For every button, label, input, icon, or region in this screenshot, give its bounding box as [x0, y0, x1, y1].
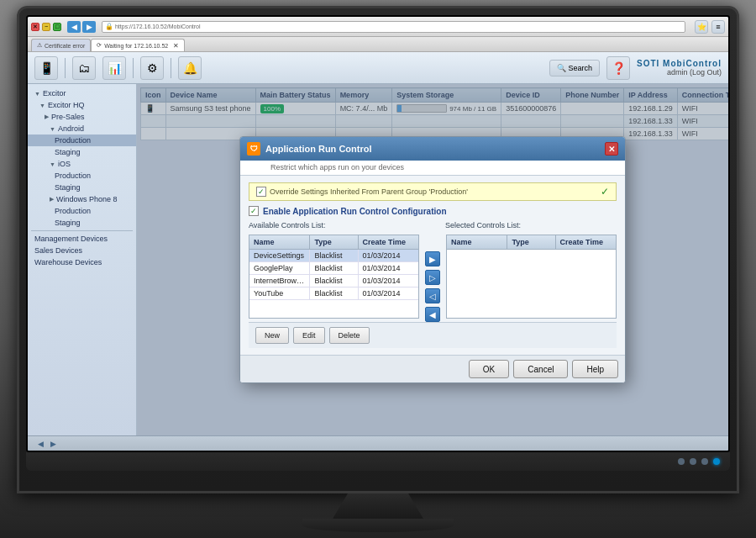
enable-checkbox-row: ✓ Enable Application Run Control Configu…: [249, 206, 617, 216]
sidebar-item-ios[interactable]: ▼ iOS: [28, 158, 136, 170]
monitor-dot-3: [701, 458, 708, 465]
list-item-youtube[interactable]: YouTube Blacklist 01/03/2014: [249, 287, 418, 300]
brand-logo: SOTI MobiControl admin (Log Out): [637, 59, 722, 76]
dialog-close-button[interactable]: ✕: [605, 142, 618, 156]
cancel-button[interactable]: Cancel: [513, 360, 568, 378]
sidebar-item-management[interactable]: Management Devices: [28, 233, 136, 245]
app-toolbar: 📱 🗂 📊 ⚙ 🔔 🔍 Search ❓ SOTI MobiContro: [28, 52, 728, 84]
sidebar-item-staging-1[interactable]: Staging: [28, 146, 136, 158]
transfer-buttons: ▶ ▷ ◁ ◀: [423, 235, 443, 322]
browser-chrome: ✕ − □ ◀ ▶ 🔒 https://172.16.10.52/MobiCon…: [28, 17, 728, 37]
monitor-dot-2: [690, 458, 696, 465]
toolbar-sep-2: [133, 58, 134, 78]
tab-close-icon[interactable]: ✕: [173, 42, 179, 50]
address-bar[interactable]: 🔒 https://172.16.10.52/MobiControl: [102, 21, 685, 33]
list-item-devicesettings[interactable]: DeviceSettings Blacklist 01/03/2014: [249, 250, 418, 262]
browser-btn-red[interactable]: ✕: [31, 23, 39, 31]
available-list: Name Type Create Time DeviceSettings Bla…: [249, 235, 419, 319]
list-item-googleplay[interactable]: GooglePlay Blacklist 01/03/2014: [249, 262, 418, 275]
toolbar-reports-icon[interactable]: 📊: [102, 56, 126, 80]
arrow-icon: ▼: [34, 91, 40, 97]
available-list-header: Name Type Create Time: [249, 235, 418, 250]
sidebar-item-staging-3[interactable]: Staging: [28, 217, 136, 229]
selected-list-header: Name Type Create Time: [447, 235, 616, 250]
toolbar-icon-2[interactable]: ≡: [711, 20, 725, 34]
delete-button[interactable]: Delete: [329, 327, 370, 344]
enable-checkbox[interactable]: ✓: [249, 206, 259, 216]
content-pane: Icon Device Name Main Battery Status Mem…: [137, 84, 728, 435]
sidebar-item-pre-sales[interactable]: ▶ Pre-Sales: [28, 111, 136, 123]
sidebar-divider: [31, 230, 133, 231]
new-button[interactable]: New: [255, 327, 289, 344]
sidebar-item-excitor-hq[interactable]: ▼ Excitor HQ: [28, 99, 136, 111]
toolbar-help-icon[interactable]: ❓: [606, 56, 630, 80]
checkbox-override[interactable]: ✓: [256, 187, 266, 197]
admin-label[interactable]: admin (Log Out): [667, 68, 722, 76]
scroll-left-icon[interactable]: ◀: [34, 440, 47, 448]
screen: ✕ − □ ◀ ▶ 🔒 https://172.16.10.52/MobiCon…: [28, 17, 728, 451]
sidebar-item-production-2[interactable]: Production: [28, 170, 136, 182]
enable-label: Enable Application Run Control Configura…: [263, 207, 447, 216]
help-button[interactable]: Help: [572, 360, 618, 378]
arrow-icon: ▶: [45, 113, 49, 120]
monitor-bottom: [26, 452, 730, 471]
available-list-label: Available Controls List:: [249, 221, 420, 229]
dialog-footer: OK Cancel Help: [240, 355, 625, 382]
toolbar-sep-1: [65, 58, 66, 78]
list-panels: Name Type Create Time DeviceSettings Bla…: [249, 235, 617, 322]
override-icon: ✓: [601, 186, 609, 198]
transfer-all-left-btn[interactable]: ◀: [425, 307, 440, 322]
edit-button[interactable]: Edit: [293, 327, 325, 344]
browser-btn-green[interactable]: □: [53, 23, 61, 31]
sidebar-item-excitor[interactable]: ▼ Excitor: [28, 87, 136, 99]
back-button[interactable]: ◀: [67, 21, 81, 33]
sidebar-item-winphone[interactable]: ▶ Windows Phone 8: [28, 193, 136, 205]
monitor: ✕ − □ ◀ ▶ 🔒 https://172.16.10.52/MobiCon…: [17, 6, 739, 493]
cert-icon: 🔒: [105, 23, 113, 30]
transfer-left-btn[interactable]: ◁: [425, 288, 440, 303]
monitor-dot-1: [678, 458, 685, 465]
browser-btn-yellow[interactable]: −: [42, 23, 50, 31]
toolbar-sep-3: [171, 58, 171, 78]
dialog: 🛡 Application Run Control ✕ Restrict whi…: [239, 136, 626, 383]
override-bar: ✓ Override Settings Inherited From Paren…: [249, 182, 617, 201]
selected-list: Name Type Create Time: [446, 235, 617, 319]
dialog-subtitle: Restrict which apps run on your devices: [240, 161, 625, 176]
tab-cert-error[interactable]: ⚠ Certificate error: [31, 39, 91, 51]
dialog-titlebar: 🛡 Application Run Control ✕: [240, 137, 625, 161]
list-item-internetbrowser[interactable]: InternetBrowser Blacklist 01/03/2014: [249, 275, 418, 287]
sidebar-item-warehouse[interactable]: Warehouse Devices: [28, 256, 136, 268]
scroll-right-icon[interactable]: ▶: [47, 440, 60, 448]
loading-icon: ⟳: [97, 42, 102, 49]
arrow-icon: ▼: [50, 126, 55, 132]
monitor-base: [302, 519, 454, 532]
selected-list-label: Selected Controls List:: [445, 221, 617, 229]
sidebar-item-sales[interactable]: Sales Devices: [28, 245, 136, 256]
transfer-all-right-btn[interactable]: ▶: [425, 251, 440, 266]
tab-waiting[interactable]: ⟳ Waiting for 172.16.10.52 ✕: [91, 39, 185, 51]
sidebar-item-staging-2[interactable]: Staging: [28, 182, 136, 193]
toolbar-alerts-icon[interactable]: 🔔: [178, 56, 202, 80]
app-area: 📱 🗂 📊 ⚙ 🔔 🔍 Search ❓ SOTI MobiContro: [28, 52, 728, 451]
monitor-power-dot[interactable]: [713, 458, 720, 465]
forward-button[interactable]: ▶: [82, 21, 96, 33]
toolbar-settings-icon[interactable]: ⚙: [140, 56, 164, 80]
sidebar-item-production-3[interactable]: Production: [28, 205, 136, 217]
arrow-icon: ▼: [50, 161, 55, 167]
sidebar-item-android[interactable]: ▼ Android: [28, 123, 136, 134]
stand-area: [302, 493, 454, 532]
sidebar-item-production-1[interactable]: Production: [28, 134, 136, 146]
toolbar-search-icon[interactable]: 🔍 Search: [549, 60, 600, 76]
ok-button[interactable]: OK: [469, 360, 509, 378]
arrow-icon: ▶: [50, 196, 54, 203]
toolbar-devices-icon[interactable]: 📱: [34, 56, 58, 80]
toolbar-groups-icon[interactable]: 🗂: [72, 56, 96, 80]
cert-tab-icon: ⚠: [37, 42, 42, 49]
toolbar-icon-1[interactable]: ⭐: [695, 20, 708, 34]
sidebar: ▼ Excitor ▼ Excitor HQ ▶ Pre-Sales: [28, 84, 137, 435]
dialog-body: ✓ Override Settings Inherited From Paren…: [240, 176, 625, 355]
transfer-right-btn[interactable]: ▷: [425, 270, 440, 285]
status-bar: ◀ ▶: [28, 435, 728, 451]
monitor-stand: [328, 493, 428, 519]
modal-overlay: 🛡 Application Run Control ✕ Restrict whi…: [137, 84, 728, 435]
